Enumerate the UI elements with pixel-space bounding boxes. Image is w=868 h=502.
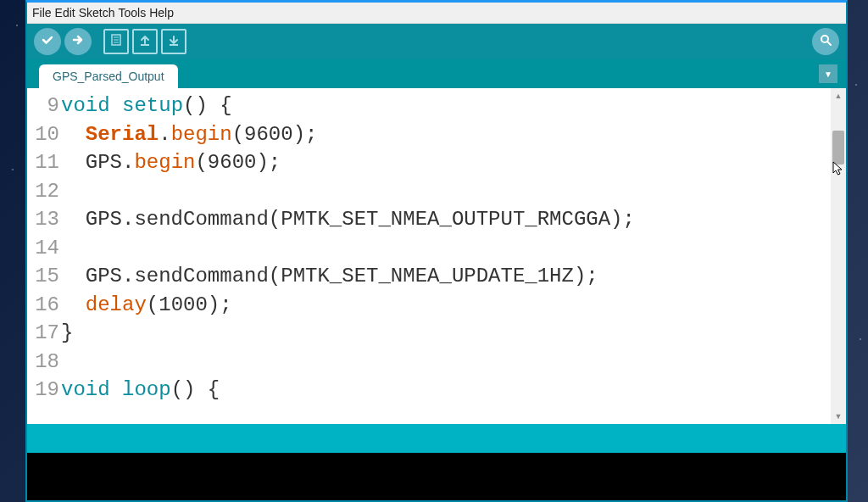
menu-sketch[interactable]: Sketch — [79, 6, 115, 20]
line-number: 19 — [27, 376, 61, 404]
code-line: 19void loop() { — [27, 376, 831, 404]
menubar: File Edit Sketch Tools Help — [27, 3, 846, 24]
line-number: 14 — [27, 234, 61, 263]
file-icon — [109, 33, 123, 50]
code-line: 14 — [27, 234, 831, 263]
code-line: 13 GPS.sendCommand(PMTK_SET_NMEA_OUTPUT_… — [27, 205, 831, 234]
code-line: 11 GPS.begin(9600); — [27, 148, 831, 177]
line-number: 17 — [27, 319, 61, 348]
sketch-tab[interactable]: GPS_Parsed_Output — [39, 64, 178, 88]
line-number: 16 — [27, 291, 61, 320]
code-line: 17} — [27, 319, 831, 348]
code-line: 16 delay(1000); — [27, 291, 831, 320]
scroll-up-button[interactable]: ▲ — [831, 88, 846, 103]
line-number: 13 — [27, 205, 61, 234]
line-number: 12 — [27, 177, 61, 206]
tab-menu-button[interactable]: ▼ — [819, 64, 837, 83]
tab-strip: GPS_Parsed_Output ▼ — [27, 59, 846, 88]
code-content: GPS.begin(9600); — [61, 148, 281, 177]
line-number: 11 — [27, 148, 61, 177]
code-content: } — [61, 319, 73, 348]
svg-line-7 — [827, 42, 831, 45]
code-line: 15 GPS.sendCommand(PMTK_SET_NMEA_UPDATE_… — [27, 262, 831, 291]
line-number: 18 — [27, 348, 61, 376]
mouse-cursor-icon — [832, 161, 844, 180]
code-content: GPS.sendCommand(PMTK_SET_NMEA_UPDATE_1HZ… — [61, 262, 598, 291]
menu-help[interactable]: Help — [149, 6, 174, 20]
arrow-down-icon — [167, 33, 181, 50]
magnifier-icon — [819, 33, 832, 50]
toolbar — [27, 24, 846, 59]
serial-monitor-button[interactable] — [812, 28, 839, 55]
line-number: 10 — [27, 120, 61, 149]
code-line: 18 — [27, 348, 831, 376]
code-line: 10 Serial.begin(9600); — [27, 120, 831, 149]
arrow-right-icon — [71, 33, 85, 50]
line-number: 9 — [27, 92, 61, 120]
console-area[interactable] — [27, 453, 846, 500]
code-content: delay(1000); — [61, 291, 232, 320]
code-content: void loop() { — [61, 376, 220, 404]
ide-window: File Edit Sketch Tools Help — [25, 0, 848, 502]
scroll-thumb[interactable] — [832, 131, 844, 165]
code-content: GPS.sendCommand(PMTK_SET_NMEA_OUTPUT_RMC… — [61, 205, 635, 234]
status-bar — [27, 424, 846, 453]
editor-area: 9void setup() {10 Serial.begin(9600);11 … — [27, 88, 846, 424]
vertical-scrollbar[interactable]: ▲ ▼ — [831, 88, 846, 424]
chevron-down-icon: ▼ — [824, 70, 832, 79]
code-line: 12 — [27, 177, 831, 206]
save-sketch-button[interactable] — [161, 29, 186, 54]
menu-edit[interactable]: Edit — [55, 6, 75, 20]
code-content: Serial.begin(9600); — [61, 120, 317, 149]
open-sketch-button[interactable] — [132, 29, 158, 54]
new-sketch-button[interactable] — [103, 29, 129, 54]
menu-file[interactable]: File — [32, 6, 52, 20]
code-editor[interactable]: 9void setup() {10 Serial.begin(9600);11 … — [27, 88, 831, 424]
arrow-up-icon — [138, 33, 152, 50]
scroll-down-button[interactable]: ▼ — [831, 409, 846, 424]
verify-button[interactable] — [34, 28, 61, 55]
code-content: void setup() { — [61, 92, 232, 120]
menu-tools[interactable]: Tools — [119, 6, 147, 20]
check-icon — [41, 33, 54, 50]
upload-button[interactable] — [64, 28, 92, 55]
code-line: 9void setup() { — [27, 92, 831, 120]
line-number: 15 — [27, 262, 61, 291]
